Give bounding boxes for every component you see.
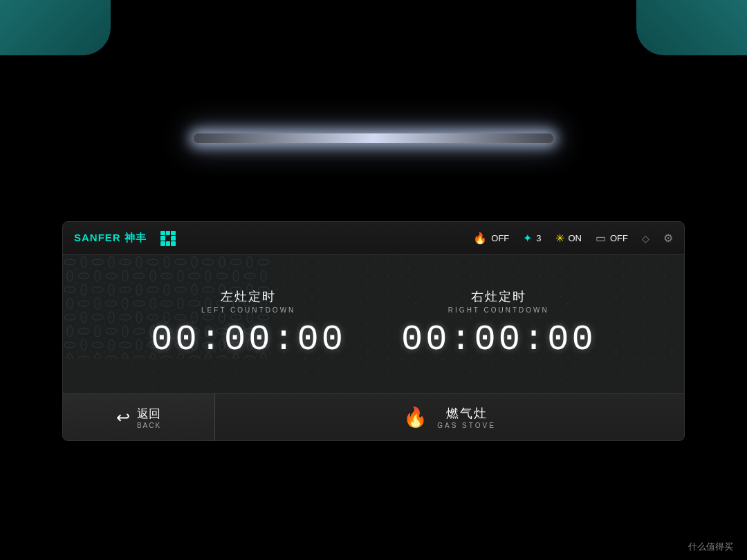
- light-icon: ✳: [555, 232, 564, 245]
- right-timer-label-cn: 右灶定时: [471, 288, 526, 305]
- left-timer-label-en: LEFT COUNTDOWN: [201, 306, 295, 314]
- timers-row: 左灶定时 LEFT COUNTDOWN 00:00:00 右灶定时 RIGHT …: [151, 288, 596, 360]
- light-label: ON: [569, 233, 582, 243]
- right-timer-label-en: RIGHT COUNTDOWN: [448, 306, 549, 314]
- screen-status: ▭ OFF: [596, 232, 628, 245]
- screen-label: OFF: [610, 233, 628, 243]
- top-right-device: [636, 0, 747, 55]
- qr-icon: [160, 231, 176, 246]
- gas-stove-fire-icon: 🔥: [403, 406, 427, 429]
- left-timer-display: 00:00:00: [151, 319, 346, 360]
- fire-icon: 🔥: [473, 232, 487, 245]
- diamond-icon: ◇: [642, 233, 649, 244]
- watermark: 什么值得买: [688, 541, 733, 553]
- fan-value: 3: [536, 233, 541, 243]
- left-timer-block: 左灶定时 LEFT COUNTDOWN 00:00:00: [151, 288, 346, 360]
- right-timer-block: 右灶定时 RIGHT COUNTDOWN 00:00:00: [401, 288, 596, 360]
- main-content: 左灶定时 LEFT COUNTDOWN 00:00:00 右灶定时 RIGHT …: [63, 255, 684, 393]
- brand-logo: SANFER 神丰: [74, 232, 147, 245]
- fire-status: 🔥 OFF: [473, 232, 509, 245]
- light-status: ✳ ON: [555, 232, 582, 245]
- back-label-en: BACK: [137, 422, 161, 429]
- gear-item[interactable]: ⚙: [663, 232, 673, 245]
- left-timer-label-cn: 左灶定时: [221, 288, 276, 305]
- diamond-item: ◇: [642, 233, 649, 244]
- fire-label: OFF: [491, 233, 509, 243]
- screen-icon: ▭: [596, 232, 606, 245]
- gas-stove-section: 🔥 燃气灶 GAS STOVE: [215, 394, 684, 440]
- right-timer-display: 00:00:00: [401, 319, 596, 360]
- fan-icon: ✦: [523, 232, 532, 245]
- back-text: 返回 BACK: [137, 406, 161, 429]
- fan-status: ✦ 3: [523, 232, 541, 245]
- gas-stove-label-cn: 燃气灶: [446, 405, 488, 422]
- back-label-cn: 返回: [137, 406, 160, 422]
- status-bar: SANFER 神丰 🔥 OFF ✦ 3 ✳ ON ▭ OFF ◇ ⚙: [63, 222, 684, 255]
- gear-icon[interactable]: ⚙: [663, 232, 673, 245]
- display-panel: SANFER 神丰 🔥 OFF ✦ 3 ✳ ON ▭ OFF ◇ ⚙: [62, 221, 685, 441]
- bottom-bar: ↩ 返回 BACK 🔥 燃气灶 GAS STOVE: [63, 393, 684, 440]
- back-arrow-icon: ↩: [116, 408, 130, 427]
- top-area: [0, 0, 747, 235]
- gas-stove-text: 燃气灶 GAS STOVE: [437, 405, 496, 429]
- gas-stove-label-en: GAS STOVE: [437, 422, 496, 429]
- led-bar: [194, 133, 553, 143]
- top-left-device: [0, 0, 111, 55]
- back-button[interactable]: ↩ 返回 BACK: [63, 394, 215, 440]
- bottom-area: 什么值得买: [0, 449, 747, 560]
